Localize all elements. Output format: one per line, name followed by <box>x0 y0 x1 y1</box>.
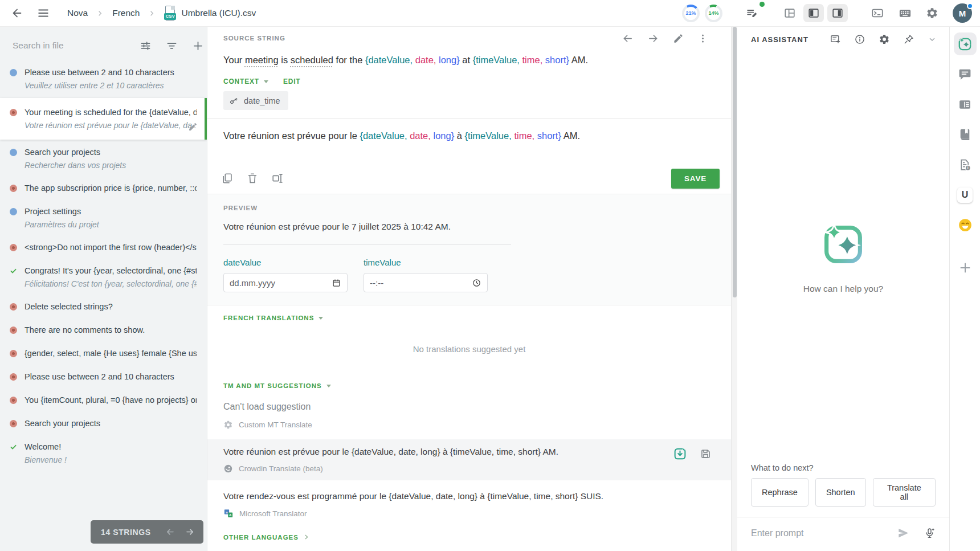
french-translations-toggle[interactable]: FRENCH TRANSLATIONS <box>223 315 323 321</box>
progress-value: 21% <box>685 10 696 16</box>
copy-source-button[interactable] <box>221 172 234 185</box>
search-input[interactable] <box>13 40 126 51</box>
date-value-input[interactable]: dd.mm.yyyy <box>223 273 348 292</box>
advanced-filter-button[interactable] <box>138 38 153 53</box>
string-list-item[interactable]: Congrats! It's your {year, selectordinal… <box>0 259 207 295</box>
edit-list-icon <box>746 7 758 19</box>
add-app-button[interactable] <box>954 256 977 279</box>
string-list-item[interactable]: Your meeting is scheduled for the {dateV… <box>0 98 207 140</box>
ai-action-translate-all[interactable]: Translate all <box>873 478 936 507</box>
ai-next-label: What to do next? <box>751 463 936 472</box>
tab-context[interactable] <box>954 93 977 116</box>
string-list-item[interactable]: {gender, select, male {He uses} female {… <box>0 342 207 365</box>
ai-action-shorten[interactable]: Shorten <box>815 478 866 507</box>
clear-translation-button[interactable] <box>246 172 259 185</box>
terminal-icon <box>871 7 884 19</box>
layout-right-panel-button[interactable] <box>827 4 848 22</box>
other-languages-toggle[interactable]: OTHER LANGUAGES <box>207 525 326 551</box>
console-button[interactable] <box>867 3 888 23</box>
trash-icon <box>246 172 259 185</box>
edit-source-button[interactable] <box>673 33 684 44</box>
next-source-button[interactable] <box>647 32 659 44</box>
breadcrumb-language[interactable]: French <box>112 8 140 18</box>
translation-editor[interactable]: Votre réunion est prévue pour le {dateVa… <box>207 119 731 164</box>
collapse-panel-button[interactable] <box>928 35 937 44</box>
tab-file-info[interactable]: i <box>954 153 977 176</box>
send-prompt-button[interactable] <box>897 526 910 540</box>
chevron-down-icon <box>318 317 323 320</box>
edit-context-button[interactable]: EDIT <box>283 77 301 85</box>
previous-source-button[interactable] <box>622 32 634 44</box>
new-conversation-button[interactable] <box>830 34 841 45</box>
tab-ai-assistant[interactable] <box>954 32 977 55</box>
string-list-item[interactable]: Welcome! Bienvenue ! <box>0 435 207 471</box>
insert-suggestion-button[interactable] <box>673 447 687 461</box>
breadcrumb-file[interactable]: CSV Umbrella (ICU).csv <box>164 6 256 21</box>
string-list-item[interactable]: Project settings Paramètres du projet <box>0 200 207 236</box>
strings-count-label: 14 STRINGS <box>101 528 156 537</box>
floppy-save-icon <box>700 448 712 460</box>
calendar-icon[interactable] <box>332 278 341 288</box>
context-toggle[interactable]: CONTEXT <box>223 77 268 85</box>
translated-progress-ring[interactable]: 21% <box>682 5 700 22</box>
select-text-button[interactable] <box>271 172 284 185</box>
breadcrumb-project[interactable]: Nova <box>67 8 88 18</box>
string-list-item[interactable]: There are no comments to show. <box>0 319 207 342</box>
more-options-button[interactable] <box>697 33 708 44</box>
user-avatar[interactable]: M <box>953 3 972 23</box>
tm-suggestion-row[interactable]: Votre rendez-vous est programmé pour le … <box>207 484 731 525</box>
string-list-item[interactable]: Please use between 2 and 10 characters V… <box>0 61 207 97</box>
approved-progress-ring[interactable]: 14% <box>705 5 722 22</box>
gear-icon <box>879 34 890 45</box>
string-list-item[interactable]: Search your projects Rechercher dans vos… <box>0 141 207 177</box>
time-value-input[interactable]: --:-- <box>364 273 488 292</box>
save-button[interactable]: SAVE <box>671 169 720 189</box>
svg-text:i: i <box>967 166 969 170</box>
tab-comments[interactable] <box>954 63 977 85</box>
string-status-icon <box>10 373 17 381</box>
filter-icon <box>166 40 178 52</box>
ai-assistant-panel: AI ASSISTANT <box>737 27 949 551</box>
string-list-item[interactable]: Please use between 2 and 10 characters <box>0 365 207 389</box>
layout-left-panel-button[interactable] <box>803 4 824 22</box>
tab-glossary[interactable] <box>954 123 977 146</box>
keyboard-shortcuts-button[interactable] <box>895 3 915 23</box>
ai-settings-button[interactable] <box>879 34 890 45</box>
string-key-chip[interactable]: date_time <box>223 91 288 110</box>
string-list-item[interactable]: <strong>Do not import the first row (hea… <box>0 236 207 259</box>
settings-button[interactable] <box>922 3 942 23</box>
document-info-icon: i <box>958 158 972 172</box>
back-button[interactable] <box>7 3 27 23</box>
scrollbar-thumb[interactable] <box>733 27 737 297</box>
ai-action-rephrase[interactable]: Rephrase <box>751 478 808 507</box>
clock-icon[interactable] <box>472 278 481 288</box>
unpin-panel-button[interactable] <box>903 34 914 45</box>
tab-uservoice-app[interactable]: U <box>954 183 977 206</box>
menu-button[interactable] <box>33 3 54 23</box>
string-status-icon <box>10 208 17 215</box>
string-list-item[interactable]: Delete selected strings? <box>0 295 207 319</box>
filter-button[interactable] <box>164 38 179 53</box>
string-list-item[interactable]: The app subscriprion price is {price, nu… <box>0 177 207 200</box>
tab-emoji-app[interactable] <box>954 214 977 236</box>
voice-input-button[interactable] <box>924 527 936 539</box>
layout-split-view-button[interactable] <box>779 4 800 22</box>
previous-string-button[interactable] <box>165 526 175 537</box>
string-source-text: {gender, select, male {He uses} female {… <box>24 347 197 360</box>
ai-prompt-input[interactable] <box>751 528 883 538</box>
save-suggestion-button[interactable] <box>700 448 712 460</box>
info-button[interactable] <box>854 34 865 45</box>
string-list-item[interactable]: Search your projects <box>0 412 207 435</box>
edit-pencil-icon[interactable] <box>188 122 198 132</box>
string-status-icon <box>10 443 17 451</box>
add-string-button[interactable] <box>190 38 205 53</box>
string-translation-text: Votre réunion est prévue pour le {dateVa… <box>24 119 197 132</box>
tm-suggestion-row[interactable]: Votre réunion est prévue pour le {dateVa… <box>207 439 731 480</box>
string-source-text: Congrats! It's your {year, selectordinal… <box>24 264 197 277</box>
tm-suggestions-toggle[interactable]: TM AND MT SUGGESTIONS <box>223 382 331 389</box>
split-view-icon <box>783 7 796 19</box>
proofread-mode-button[interactable] <box>742 3 762 23</box>
string-list-item[interactable]: You {itemCount, plural, =0 {have no proj… <box>0 389 207 412</box>
editor-panel: SOURCE STRING Your meeting is scheduled … <box>207 27 731 551</box>
next-string-button[interactable] <box>185 526 195 537</box>
